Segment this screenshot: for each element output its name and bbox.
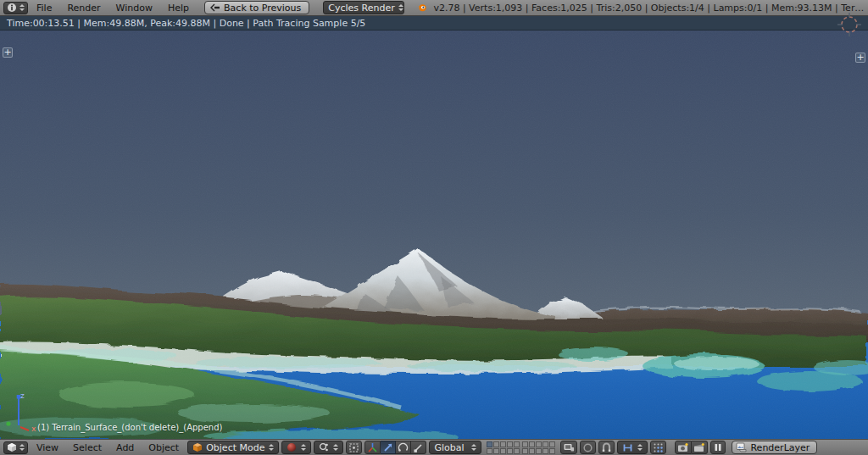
pause-icon [713,442,723,452]
view3d-editor-icon [7,442,17,452]
dropdown-arrows-icon [332,444,338,451]
median-point-pivot-icon [319,442,329,452]
opengl-render-animation-button[interactable] [692,441,708,454]
gizmo-z-label: z [20,391,25,400]
info-editor-icon [7,3,17,13]
opengl-render-image-button[interactable] [675,441,692,454]
menu-object[interactable]: Object [142,442,185,453]
opengl-clapperboard-icon [693,442,705,453]
scale-manipulator-button[interactable] [411,441,426,454]
menu-help[interactable]: Help [161,3,196,14]
info-header: File Render Window Help Back to Previous… [0,0,868,16]
layers-widget[interactable] [487,441,555,454]
menu-view[interactable]: View [31,442,64,453]
manipulate-center-points-toggle[interactable] [346,441,362,454]
scale-icon [413,442,424,453]
viewport-shading-selector[interactable] [281,441,311,454]
cursor-crosshair-icon [837,13,861,36]
opengl-camera-icon [677,442,689,453]
dropdown-arrows-icon [637,444,643,451]
translate-manipulator-button[interactable] [381,441,396,454]
menu-render[interactable]: Render [60,3,107,14]
rotate-manipulator-button[interactable] [396,441,411,454]
back-arrow-icon [210,3,220,12]
blender-window: File Render Window Help Back to Previous… [0,0,868,455]
dropdown-arrows-icon [300,444,306,451]
dropdown-arrows-icon [268,444,274,451]
gizmo-x-label: x [31,424,36,433]
back-to-previous-button[interactable]: Back to Previous [204,1,309,14]
proportional-edit-circle-icon [582,442,593,453]
dropdown-arrows-icon [398,4,403,11]
editor-type-selector-3dview[interactable] [3,441,28,454]
center-points-icon [348,442,359,453]
axis-tripod-icon [367,442,378,453]
translate-arrow-icon [382,442,393,453]
renderlayer-icon [736,442,747,452]
transform-orientation-selector[interactable]: Global [429,441,481,454]
menu-select[interactable]: Select [67,442,108,453]
snap-element-selector[interactable] [617,441,648,454]
active-object-label: (1) Terrain_Surface_(don't delete)_(Appe… [37,423,222,432]
render-pause-button[interactable] [710,441,726,454]
manipulator-toggle-button[interactable] [364,441,381,454]
proportional-edit-toggle[interactable] [580,441,596,454]
mode-selector[interactable]: Object Mode [187,441,279,454]
menu-add[interactable]: Add [110,442,140,453]
absolute-grid-snap-toggle[interactable] [650,441,666,454]
dropdown-arrows-icon [470,444,476,451]
render-status-bar: Time:00:13.51 | Mem:49.88M, Peak:49.88M … [0,16,868,31]
view3d-header: View Select Add Object Object Mode [0,439,868,455]
menu-file[interactable]: File [30,3,58,14]
render-engine-selector[interactable]: Cycles Render [323,1,404,14]
pivot-point-selector[interactable] [314,441,343,454]
rendered-shading-icon [287,442,297,452]
rotate-arc-icon [398,442,409,453]
blender-logo-icon [418,2,426,14]
lock-to-scene-toggle[interactable] [560,441,577,454]
layers-block-1 [487,441,520,454]
object-mode-cube-icon [192,442,203,452]
render-status-text: Time:00:13.51 | Mem:49.88M, Peak:49.88M … [7,18,365,29]
viewport-3d[interactable]: + + z x (1) Terrain_Surface_(don't delet… [0,31,868,439]
editor-type-selector[interactable] [3,2,28,14]
grid-snap-dots-icon [653,442,664,453]
snap-increment-icon [622,442,633,453]
expand-region-right-icon[interactable]: + [855,53,865,63]
dropdown-arrows-icon [19,4,25,11]
scene-statistics: v2.78 | Verts:1,093 | Faces:1,025 | Tris… [433,3,865,14]
expand-region-left-icon[interactable]: + [3,47,13,58]
dropdown-arrows-icon [19,444,25,451]
layers-block-2 [522,441,555,454]
menu-window[interactable]: Window [109,3,159,14]
opengl-render-buttons [675,441,708,454]
snap-toggle[interactable] [598,441,615,454]
renderlayer-selector[interactable]: RenderLayer [732,441,817,454]
layer-cell[interactable] [487,441,492,447]
transform-gizmo[interactable]: z x [3,393,41,436]
rendered-terrain-scene [0,31,868,439]
manipulator-buttons [364,441,426,454]
magnet-icon [601,442,612,453]
scene-lock-icon [563,442,575,453]
